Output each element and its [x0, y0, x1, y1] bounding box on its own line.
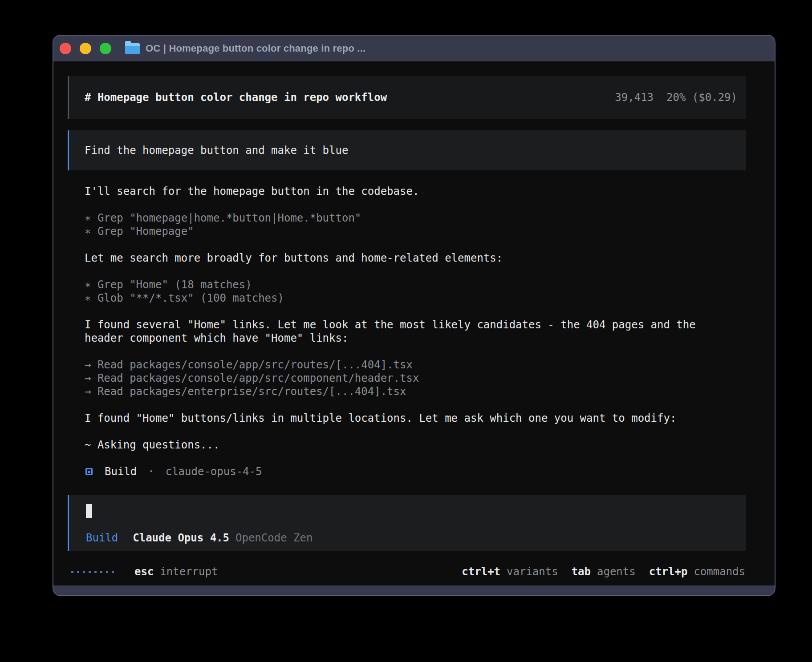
assistant-text-line: Let me search more broadly for buttons a…	[85, 251, 708, 265]
agent-separator: ·	[148, 465, 154, 478]
tool-call-line: ∗ Grep "homepage|home.*button|Home.*butt…	[85, 211, 708, 225]
shortcut-hint: tabagents	[572, 565, 636, 578]
blank-line	[85, 452, 746, 465]
close-button[interactable]	[60, 43, 71, 54]
active-model: Claude Opus 4.5	[133, 532, 229, 544]
session-stats: 39,413 20% ($0.29)	[615, 91, 737, 104]
assistant-text-line: I found several "Home" links. Let me loo…	[85, 318, 708, 345]
tool-call-line: → Read packages/console/app/src/routes/[…	[85, 358, 708, 371]
spinner-dot	[100, 571, 102, 573]
blank-line	[85, 398, 746, 412]
tool-call-line: → Read packages/console/app/src/componen…	[85, 371, 708, 385]
spinner-dot	[71, 571, 73, 573]
interrupt-label: interrupt	[160, 565, 218, 578]
spinner-dot	[77, 571, 79, 573]
tool-call-line: ∗ Grep "Homepage"	[85, 225, 708, 238]
window-title: OC | Homepage button color change in rep…	[146, 43, 365, 54]
spinner-dot	[83, 571, 85, 573]
footer-left: esc interrupt	[71, 565, 218, 578]
spinner-dots-icon	[71, 571, 114, 573]
status-footer: esc interrupt ctrl+tvariantstabagentsctr…	[68, 565, 746, 578]
blank-line	[85, 345, 746, 358]
footer-shortcuts: ctrl+tvariantstabagentsctrl+pcommands	[462, 565, 745, 578]
tool-call-line: ∗ Glob "**/*.tsx" (100 matches)	[85, 291, 708, 305]
blank-line	[85, 198, 746, 211]
context-cost: 20% ($0.29)	[666, 91, 737, 104]
square-dot-icon	[85, 468, 93, 475]
spinner-dot	[94, 571, 97, 573]
conversation: I'll search for the homepage button in t…	[68, 185, 746, 465]
blank-line	[85, 305, 746, 318]
terminal-content: # Homepage button color change in repo w…	[53, 61, 775, 585]
spinner-dot	[112, 571, 114, 573]
titlebar[interactable]: OC | Homepage button color change in rep…	[53, 36, 775, 61]
active-agent: Build	[86, 532, 118, 544]
text-cursor	[86, 504, 92, 518]
input-status-bar: Build Claude Opus 4.5 OpenCode Zen	[86, 532, 730, 544]
zoom-button[interactable]	[100, 43, 111, 54]
spinner-dot	[89, 571, 91, 573]
blank-line	[85, 425, 746, 438]
shortcut-hint: ctrl+pcommands	[649, 565, 745, 578]
model-provider: OpenCode Zen	[235, 532, 313, 544]
minimize-button[interactable]	[80, 43, 91, 54]
session-header: # Homepage button color change in repo w…	[68, 76, 746, 119]
assistant-text-line: ~ Asking questions...	[85, 438, 708, 452]
folder-icon	[125, 43, 140, 54]
user-message-text: Find the homepage button and make it blu…	[85, 144, 348, 157]
blank-line	[85, 238, 746, 251]
interrupt-key: esc	[134, 565, 154, 578]
spinner-dot	[106, 571, 108, 573]
agent-name: Build	[105, 465, 137, 478]
tool-call-line: ∗ Grep "Home" (18 matches)	[85, 278, 708, 291]
token-count: 39,413	[615, 91, 654, 104]
shortcut-hint: ctrl+tvariants	[462, 565, 558, 578]
agent-status-line: Build · claude-opus-4-5	[68, 465, 746, 478]
agent-model: claude-opus-4-5	[166, 465, 262, 478]
terminal-window: OC | Homepage button color change in rep…	[53, 35, 775, 596]
window-bottom-edge	[53, 585, 775, 595]
assistant-text-line: I found "Home" buttons/links in multiple…	[85, 412, 708, 425]
blank-line	[85, 265, 746, 278]
assistant-text-line: I'll search for the homepage button in t…	[85, 185, 708, 198]
prompt-input[interactable]: Build Claude Opus 4.5 OpenCode Zen	[68, 495, 746, 551]
session-title: # Homepage button color change in repo w…	[85, 91, 387, 104]
tool-call-line: → Read packages/enterprise/src/routes/[.…	[85, 385, 708, 398]
user-message: Find the homepage button and make it blu…	[68, 130, 746, 170]
